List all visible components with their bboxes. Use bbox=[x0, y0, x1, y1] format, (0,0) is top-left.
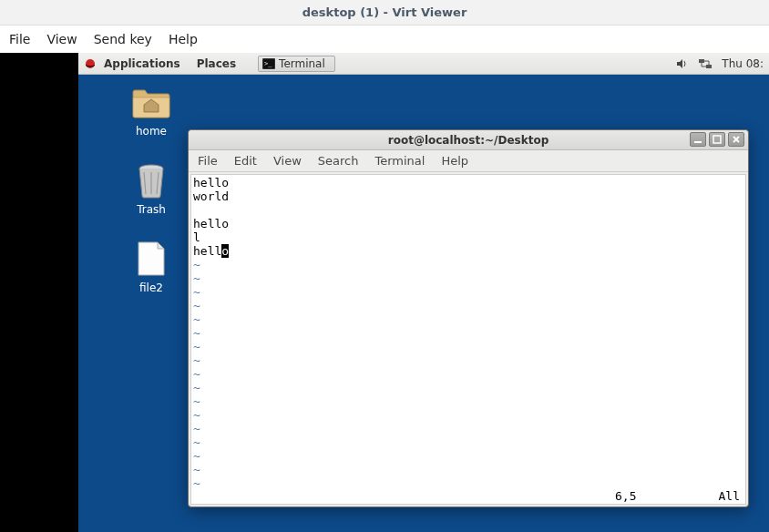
network-icon[interactable] bbox=[698, 57, 713, 70]
terminal-menu-file[interactable]: File bbox=[198, 154, 218, 168]
editor-tilde: ~ bbox=[193, 340, 743, 353]
svg-rect-4 bbox=[699, 59, 704, 63]
editor-tilde: ~ bbox=[193, 394, 743, 408]
desktop-icon-trash[interactable]: Trash bbox=[115, 163, 188, 216]
editor-tilde: ~ bbox=[193, 258, 743, 271]
sound-icon[interactable] bbox=[676, 57, 689, 70]
editor-all: All bbox=[719, 489, 740, 503]
terminal-titlebar[interactable]: root@localhost:~/Desktop bbox=[189, 130, 748, 150]
virt-viewer-titlebar: desktop (1) - Virt Viewer bbox=[0, 0, 769, 26]
minimize-icon bbox=[693, 135, 702, 144]
editor-position: 6,5 bbox=[615, 489, 636, 503]
desktop-icon-file2-label: file2 bbox=[115, 281, 188, 294]
svg-rect-8 bbox=[713, 136, 721, 143]
editor-tilde: ~ bbox=[193, 285, 743, 299]
editor-tilde: ~ bbox=[193, 422, 743, 435]
gnome-topbar: Applications Places >_ Terminal Thu 08: bbox=[78, 53, 769, 75]
virt-menu-help[interactable]: Help bbox=[169, 32, 198, 46]
terminal-menu-terminal[interactable]: Terminal bbox=[374, 154, 425, 168]
gnome-clock[interactable]: Thu 08: bbox=[722, 57, 764, 70]
file-icon bbox=[136, 240, 167, 277]
folder-home-icon bbox=[131, 85, 171, 119]
desktop-icon-home-label: home bbox=[115, 125, 188, 138]
viewer-area: Applications Places >_ Terminal Thu 08: bbox=[0, 53, 769, 532]
desktop-icon-trash-label: Trash bbox=[115, 203, 188, 216]
editor-tilde: ~ bbox=[193, 476, 743, 490]
taskbar-button-terminal[interactable]: >_ Terminal bbox=[258, 56, 335, 72]
virt-viewer-menubar: File View Send key Help bbox=[0, 26, 769, 53]
editor-tilde: ~ bbox=[193, 435, 743, 449]
gnome-menu-applications[interactable]: Applications bbox=[104, 57, 180, 70]
maximize-icon bbox=[713, 135, 722, 144]
window-minimize-button[interactable] bbox=[690, 132, 706, 147]
editor-statusbar: 6,5 All bbox=[193, 489, 743, 503]
editor-tilde: ~ bbox=[193, 353, 743, 367]
trash-icon bbox=[133, 161, 169, 200]
window-maximize-button[interactable] bbox=[709, 132, 725, 147]
editor-tilde: ~ bbox=[193, 449, 743, 463]
terminal-body[interactable]: hello world hello l hello ~ ~ ~ ~ ~ ~ ~ … bbox=[190, 174, 746, 505]
editor-line: hello bbox=[193, 176, 743, 189]
editor-tilde: ~ bbox=[193, 271, 743, 285]
editor-line: hello bbox=[193, 217, 743, 230]
redhat-icon bbox=[84, 57, 97, 70]
virt-menu-sendkey[interactable]: Send key bbox=[94, 32, 152, 46]
window-close-button[interactable] bbox=[728, 132, 744, 147]
gnome-menu-places[interactable]: Places bbox=[197, 57, 236, 70]
desktop-icon-file2[interactable]: file2 bbox=[115, 241, 188, 294]
editor-line: l bbox=[193, 230, 743, 244]
svg-rect-7 bbox=[694, 141, 702, 143]
editor-tilde: ~ bbox=[193, 381, 743, 394]
terminal-menubar: File Edit View Search Terminal Help bbox=[189, 150, 748, 172]
taskbar-button-terminal-label: Terminal bbox=[279, 57, 325, 70]
editor-line bbox=[193, 203, 743, 217]
editor-tilde: ~ bbox=[193, 299, 743, 312]
virt-viewer-title: desktop (1) - Virt Viewer bbox=[302, 5, 467, 19]
editor-line: hello bbox=[193, 244, 743, 258]
editor-line: world bbox=[193, 189, 743, 203]
terminal-icon: >_ bbox=[262, 58, 275, 69]
terminal-window: root@localhost:~/Desktop File Edit View bbox=[188, 129, 749, 507]
editor-tilde: ~ bbox=[193, 326, 743, 340]
gnome-desktop[interactable]: Applications Places >_ Terminal Thu 08: bbox=[78, 53, 769, 532]
desktop-icon-home[interactable]: home bbox=[115, 85, 188, 138]
terminal-menu-edit[interactable]: Edit bbox=[234, 154, 257, 168]
svg-text:>_: >_ bbox=[264, 60, 272, 67]
terminal-title: root@localhost:~/Desktop bbox=[388, 134, 549, 147]
terminal-menu-view[interactable]: View bbox=[273, 154, 302, 168]
editor-tilde: ~ bbox=[193, 463, 743, 476]
editor-cursor: o bbox=[221, 244, 229, 258]
terminal-menu-search[interactable]: Search bbox=[318, 154, 359, 168]
terminal-menu-help[interactable]: Help bbox=[441, 154, 468, 168]
virt-menu-view[interactable]: View bbox=[46, 32, 77, 46]
editor-tilde: ~ bbox=[193, 367, 743, 381]
close-icon bbox=[732, 135, 741, 144]
editor-tilde: ~ bbox=[193, 408, 743, 422]
desktop-icons: home Trash bbox=[115, 85, 188, 294]
editor-tilde: ~ bbox=[193, 312, 743, 326]
virt-menu-file[interactable]: File bbox=[9, 32, 30, 46]
svg-rect-5 bbox=[706, 65, 712, 68]
